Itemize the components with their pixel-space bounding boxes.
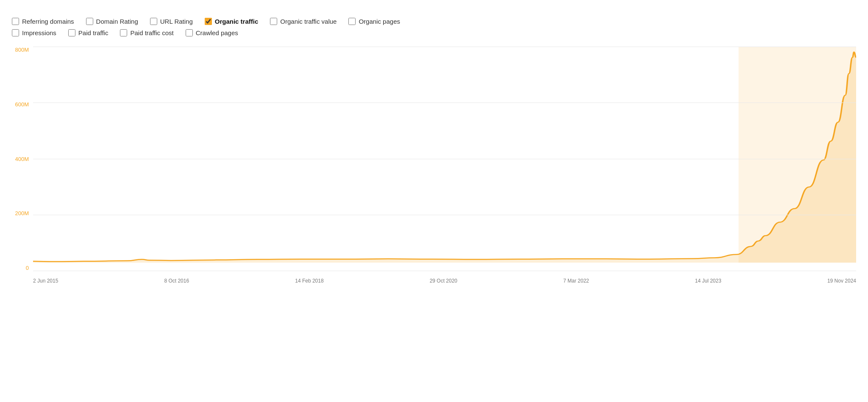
grid-lines xyxy=(33,47,856,271)
checkbox-label-organic-pages: Organic pages xyxy=(359,18,400,25)
x-label: 8 Oct 2016 xyxy=(164,278,189,284)
grid-line xyxy=(33,47,856,47)
chart-inner: 2 Jun 20158 Oct 201614 Feb 201829 Oct 20… xyxy=(33,47,856,284)
checkbox-item-impressions[interactable]: Impressions xyxy=(12,29,56,36)
y-label: 200M xyxy=(15,210,29,216)
checkbox-paid-traffic[interactable] xyxy=(68,29,75,36)
checkbox-label-domain-rating: Domain Rating xyxy=(96,18,138,25)
checkbox-item-organic-pages[interactable]: Organic pages xyxy=(348,18,400,25)
checkbox-url-rating[interactable] xyxy=(150,18,157,25)
checkbox-crawled-pages[interactable] xyxy=(186,29,193,36)
checkbox-label-referring-domains: Referring domains xyxy=(22,18,74,25)
grid-line xyxy=(33,103,856,103)
checkbox-item-paid-traffic-cost[interactable]: Paid traffic cost xyxy=(120,29,173,36)
grid-line xyxy=(33,215,856,215)
checkbox-label-crawled-pages: Crawled pages xyxy=(196,29,238,36)
checkbox-referring-domains[interactable] xyxy=(12,18,19,25)
checkbox-label-paid-traffic: Paid traffic xyxy=(78,29,108,36)
x-label: 19 Nov 2024 xyxy=(827,278,856,284)
checkbox-label-paid-traffic-cost: Paid traffic cost xyxy=(130,29,173,36)
checkbox-item-domain-rating[interactable]: Domain Rating xyxy=(86,18,138,25)
x-label: 7 Mar 2022 xyxy=(563,278,589,284)
checkbox-label-impressions: Impressions xyxy=(22,29,56,36)
checkbox-paid-traffic-cost[interactable] xyxy=(120,29,127,36)
checkbox-organic-pages[interactable] xyxy=(348,18,356,25)
y-label: 600M xyxy=(15,101,29,108)
grid-line xyxy=(33,159,856,159)
checkbox-item-referring-domains[interactable]: Referring domains xyxy=(12,18,74,25)
chart-area: 800M600M400M200M0 2 Jun 20158 Oct 201614… xyxy=(12,47,856,284)
checkboxes-row-2: ImpressionsPaid trafficPaid traffic cost… xyxy=(12,29,856,36)
x-label: 14 Feb 2018 xyxy=(295,278,323,284)
checkbox-organic-traffic-value[interactable] xyxy=(270,18,277,25)
y-label: 0 xyxy=(26,265,29,271)
y-label: 800M xyxy=(15,47,29,53)
checkbox-item-organic-traffic[interactable]: Organic traffic xyxy=(205,18,259,25)
x-axis: 2 Jun 20158 Oct 201614 Feb 201829 Oct 20… xyxy=(33,275,856,284)
x-label: 29 Oct 2020 xyxy=(430,278,457,284)
checkbox-item-organic-traffic-value[interactable]: Organic traffic value xyxy=(270,18,337,25)
checkbox-label-organic-traffic: Organic traffic xyxy=(215,18,259,25)
grid-line xyxy=(33,271,856,271)
checkbox-item-paid-traffic[interactable]: Paid traffic xyxy=(68,29,108,36)
x-label: 14 Jul 2023 xyxy=(695,278,721,284)
checkboxes-row-1: Referring domainsDomain RatingURL Rating… xyxy=(12,18,856,25)
y-label: 400M xyxy=(15,156,29,162)
checkbox-item-url-rating[interactable]: URL Rating xyxy=(150,18,193,25)
x-label: 2 Jun 2015 xyxy=(33,278,58,284)
y-axis: 800M600M400M200M0 xyxy=(12,47,33,284)
checkbox-item-crawled-pages[interactable]: Crawled pages xyxy=(186,29,238,36)
checkbox-domain-rating[interactable] xyxy=(86,18,93,25)
checkbox-label-url-rating: URL Rating xyxy=(160,18,193,25)
checkbox-impressions[interactable] xyxy=(12,29,19,36)
checkbox-organic-traffic[interactable] xyxy=(205,18,212,25)
checkbox-label-organic-traffic-value: Organic traffic value xyxy=(280,18,337,25)
